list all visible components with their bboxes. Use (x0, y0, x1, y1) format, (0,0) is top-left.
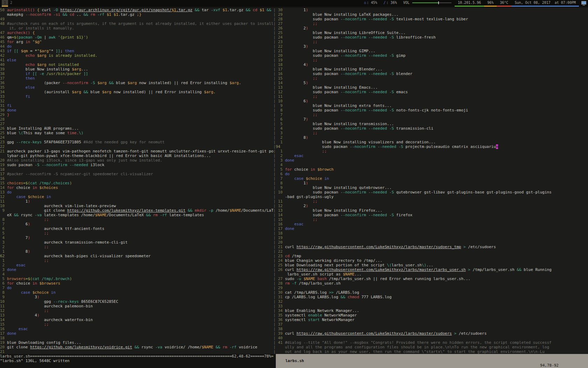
code-row: 8 case $choice in (0, 290, 273, 295)
vim-editor[interactable]: 50 aurinstall() { curl -O https://aur.ar… (0, 8, 588, 354)
line-number: 14 (276, 81, 285, 85)
code-row: 2 esac (0, 263, 273, 267)
line-number: 13 (0, 313, 7, 318)
line-number: 30 (0, 108, 7, 113)
code-row: | 21 curl https://raw.githubusercontent.… (273, 245, 588, 249)
code-row: 6 for choice in $browsers (0, 281, 273, 286)
line-number: 19 (0, 340, 7, 345)
window-separator: | (273, 149, 276, 154)
line-number: 8 (0, 217, 7, 222)
window-separator: | (273, 58, 276, 62)
code-row: | 14 sudo pacman --noconfirm --needed -S… (273, 213, 588, 217)
line-number: 46 (0, 35, 7, 40)
vim-command-line: "larbs.sh" 136L, 5648C written (0, 359, 588, 363)
code-row: | 13 blue Now installing Firefox... (273, 208, 588, 213)
code-row: | 11 ;; (273, 199, 588, 204)
code-row: | -bad gst-plugins-ugly (273, 195, 588, 199)
code-row: | out and log back in as your new user, … (273, 349, 588, 354)
line-number: 44 (0, 44, 7, 49)
line-number: 21 (0, 149, 7, 154)
workspace-button-1[interactable]: 1 (2, 0, 8, 7)
window-separator: | (273, 213, 276, 217)
home-icon: ⌂ (364, 0, 366, 6)
line-number: 15 (276, 76, 285, 81)
workspace-button-2[interactable]: 2 (8, 0, 14, 7)
window-separator: | (273, 240, 276, 245)
window-separator: | (273, 67, 276, 71)
line-number: 12 (0, 308, 7, 313)
status-label: 96% (487, 0, 493, 6)
window-separator: | (273, 76, 276, 81)
line-number: 20 (0, 158, 7, 163)
line-number: 26 (0, 126, 7, 131)
line-number: 2 (276, 154, 285, 158)
line-number (276, 345, 285, 349)
line-number (276, 195, 285, 199)
line-number: 27 (276, 21, 285, 26)
code-row: | 28 rm -f /tmp/larbs_user.sh (273, 281, 588, 286)
code-row: 46 qm=$(pacman -Qm | awk '{print $1}') (0, 35, 273, 40)
status-label: Sun, Oct 08, 2017 at 07:00PM (514, 0, 576, 6)
code-row: 10 aurcheck vim-live-latex-preview (0, 204, 273, 208)
line-number: 39 (276, 331, 285, 336)
window-separator: | (273, 254, 276, 258)
window-separator: | (273, 299, 276, 304)
line-number: 26 (276, 267, 285, 272)
line-number: 8 (276, 108, 285, 113)
line-number-cursor: 94 (276, 144, 285, 149)
vim-right-pane[interactable]: | 30 1)| 29 blue Now installing LaTeX pa… (273, 8, 588, 354)
line-number: 17 (276, 67, 285, 71)
code-row: 3 done (0, 267, 273, 272)
tray[interactable] (579, 0, 588, 7)
code-row: 16 esac (0, 327, 273, 331)
line-number: 35 (0, 85, 7, 90)
line-number: 21 (276, 245, 285, 249)
window-separator: | (273, 108, 276, 113)
code-row: | 37 (273, 322, 588, 327)
line-number: 20 (0, 345, 7, 349)
code-row: | 27 sudo -u $NAME bash /tmp/larbs_user.… (273, 277, 588, 281)
window-separator: | (273, 336, 276, 340)
window-separator: | (273, 281, 276, 286)
code-row: | ully and all the programs and configur… (273, 345, 588, 349)
code-row: | 23 ;; (273, 40, 588, 44)
workspace-switcher: 12 (0, 0, 14, 7)
code-row: 17 done (0, 331, 273, 336)
code-row: | 16 esac (273, 222, 588, 226)
window-separator: | (273, 331, 276, 336)
line-number: 24 (276, 35, 285, 40)
line-number: 49 (0, 17, 7, 21)
window-separator: | (273, 345, 276, 349)
status-bar: 12 ⌂: 45%/: 36%VOL10.201.5.9696%36°CSun,… (0, 0, 588, 7)
window-separator: | (273, 71, 276, 76)
window-separator: | (273, 126, 276, 131)
window-separator: | (273, 21, 276, 26)
code-row: 5 browsers=$(cat /tmp/.browch) (0, 277, 273, 281)
volume-slider[interactable] (412, 0, 451, 6)
line-number: 41 (276, 340, 285, 345)
line-number: 23 (276, 40, 285, 44)
code-row: | 20 (273, 240, 588, 245)
window-separator: | (273, 190, 276, 195)
code-row: | 19 ;; (273, 58, 588, 62)
monitor-icon[interactable] (581, 1, 587, 6)
vim-statusline: larbs_user.sh===========================… (0, 354, 588, 359)
window-separator: | (273, 258, 276, 263)
line-number: 5 (276, 167, 285, 172)
line-number: 26 (276, 26, 285, 30)
code-row: 49 (0, 17, 273, 21)
line-number: 9 (0, 208, 7, 213)
window-separator: | (273, 103, 276, 108)
code-row: 28 (0, 117, 273, 122)
status-item-home-usage: ⌂: 45% (361, 0, 380, 7)
statusline-inactive: larbs_user.sh===========================… (0, 354, 276, 359)
status-label: 10.201.5.96 (458, 0, 481, 6)
window-separator: | (273, 295, 276, 299)
line-number: 5 (276, 122, 285, 126)
code-row: makepkg --noconfirm -si && cd .. && rm -… (0, 12, 273, 17)
vim-left-pane[interactable]: 50 aurinstall() { curl -O https://aur.ar… (0, 8, 273, 354)
code-row: | 5 blue Now installing transmission... (273, 122, 588, 126)
code-row: 26 blue Installing AUR programs... (0, 126, 273, 131)
window-separator: | (273, 154, 276, 158)
window-separator: | (273, 12, 276, 17)
